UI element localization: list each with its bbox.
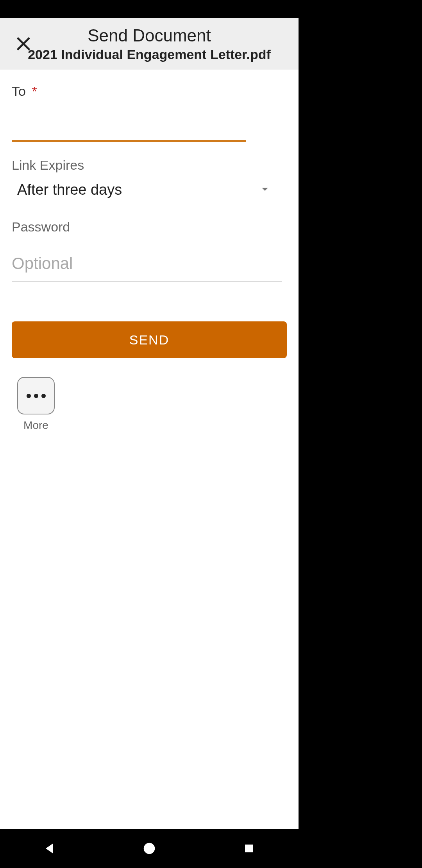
password-input[interactable] [12,246,282,282]
chevron-down-icon [259,183,271,197]
triangle-back-icon [43,842,56,855]
more-button-label: More [23,419,48,432]
close-button[interactable] [8,28,39,59]
close-icon [14,35,32,53]
app-surface: Send Document 2021 Individual Engagement… [0,18,299,829]
square-recent-icon [243,843,255,854]
nav-recent-button[interactable] [225,825,272,868]
more-horizontal-icon [34,394,38,398]
page-subtitle: 2021 Individual Engagement Letter.pdf [28,47,271,62]
svg-rect-3 [245,845,253,852]
password-field-group: Password [12,219,287,282]
page-title: Send Document [88,26,211,45]
more-group: More [17,377,55,432]
to-field-group: To * [12,84,287,142]
more-horizontal-icon [41,394,46,398]
status-bar [0,0,299,18]
link-expires-group: Link Expires After three days [12,158,287,204]
more-horizontal-icon [27,394,31,398]
form-content: To * Link Expires After three days [0,70,299,829]
link-expires-select[interactable]: After three days [12,176,287,204]
link-expires-value: After three days [17,181,122,198]
to-label-text: To [12,84,26,99]
link-expires-label: Link Expires [12,158,287,173]
nav-home-button[interactable] [126,825,173,868]
circle-home-icon [142,841,157,856]
nav-back-button[interactable] [26,825,73,868]
svg-point-2 [144,843,155,854]
more-button[interactable] [17,377,55,414]
android-nav-bar [0,829,299,868]
required-mark: * [32,84,37,99]
app-header: Send Document 2021 Individual Engagement… [0,18,299,70]
send-button[interactable]: SEND [12,321,287,358]
to-label: To * [12,84,287,99]
to-input[interactable] [12,107,246,142]
password-label: Password [12,219,287,235]
letterbox [299,0,422,868]
